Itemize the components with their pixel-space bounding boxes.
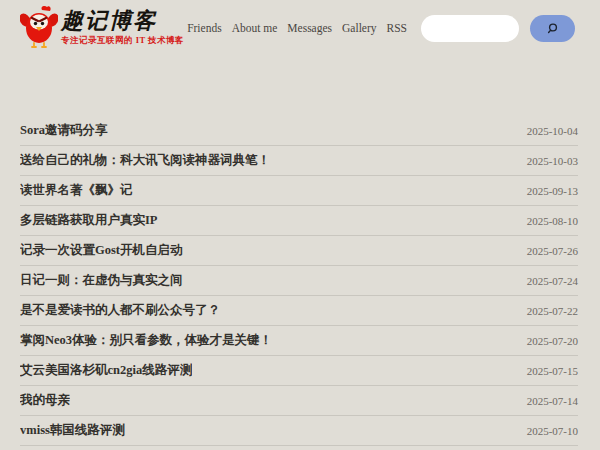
post-row[interactable]: 记录一次设置Gost开机自启动 2025-07-26 [20,236,578,266]
post-date: 2025-08-10 [527,215,578,227]
post-title[interactable]: 日记一则：在虚伪与真实之间 [20,272,183,289]
post-title[interactable]: 多层链路获取用户真实IP [20,212,158,229]
post-date: 2025-07-14 [527,395,578,407]
post-date: 2025-07-15 [527,365,578,377]
post-list: Sora邀请码分享 2025-10-04 送给自己的礼物：科大讯飞阅读神器词典笔… [20,116,578,446]
post-row[interactable]: 掌阅Neo3体验：别只看参数，体验才是关键！ 2025-07-20 [20,326,578,356]
post-row[interactable]: 艾云美国洛杉矶cn2gia线路评测 2025-07-15 [20,356,578,386]
post-date: 2025-09-13 [527,185,578,197]
post-title[interactable]: 记录一次设置Gost开机自启动 [20,242,183,259]
bird-mascot-icon [20,4,58,52]
site-logo[interactable]: 趣记博客 专注记录互联网的 IT 技术博客 [20,4,184,52]
post-row[interactable]: 日记一则：在虚伪与真实之间 2025-07-24 [20,266,578,296]
post-title[interactable]: 读世界名著《飘》记 [20,182,133,199]
nav-item-rss[interactable]: RSS [387,22,407,34]
main-nav: Friends About me Messages Gallery RSS [187,22,407,34]
post-title[interactable]: 是不是爱读书的人都不刷公众号了？ [20,302,220,319]
post-title[interactable]: 我的母亲 [20,392,70,409]
post-row[interactable]: 我的母亲 2025-07-14 [20,386,578,416]
post-date: 2025-10-03 [527,155,578,167]
post-row[interactable]: 读世界名著《飘》记 2025-09-13 [20,176,578,206]
post-title[interactable]: Sora邀请码分享 [20,122,108,139]
post-date: 2025-10-04 [527,125,578,137]
site-tagline: 专注记录互联网的 IT 技术博客 [61,35,184,47]
post-row[interactable]: 送给自己的礼物：科大讯飞阅读神器词典笔！ 2025-10-03 [20,146,578,176]
nav-item-about-me[interactable]: About me [232,22,278,34]
search-input[interactable] [421,15,519,42]
post-date: 2025-07-24 [527,275,578,287]
post-date: 2025-07-26 [527,245,578,257]
post-row[interactable]: Sora邀请码分享 2025-10-04 [20,116,578,146]
nav-item-friends[interactable]: Friends [187,22,222,34]
post-date: 2025-07-22 [527,305,578,317]
post-title[interactable]: vmiss韩国线路评测 [20,422,125,439]
post-date: 2025-07-10 [527,425,578,437]
nav-item-gallery[interactable]: Gallery [342,22,376,34]
site-header: 趣记博客 专注记录互联网的 IT 技术博客 Friends About me M… [0,0,600,56]
nav-item-messages[interactable]: Messages [287,22,332,34]
post-row[interactable]: vmiss韩国线路评测 2025-07-10 [20,416,578,446]
post-row[interactable]: 多层链路获取用户真实IP 2025-08-10 [20,206,578,236]
post-title[interactable]: 掌阅Neo3体验：别只看参数，体验才是关键！ [20,332,272,349]
post-row[interactable]: 是不是爱读书的人都不刷公众号了？ 2025-07-22 [20,296,578,326]
site-title: 趣记博客 [61,9,184,32]
post-title[interactable]: 送给自己的礼物：科大讯飞阅读神器词典笔！ [20,152,270,169]
post-date: 2025-07-20 [527,335,578,347]
search-button[interactable] [530,15,575,42]
magnifier-icon [546,22,559,35]
post-title[interactable]: 艾云美国洛杉矶cn2gia线路评测 [20,362,192,379]
